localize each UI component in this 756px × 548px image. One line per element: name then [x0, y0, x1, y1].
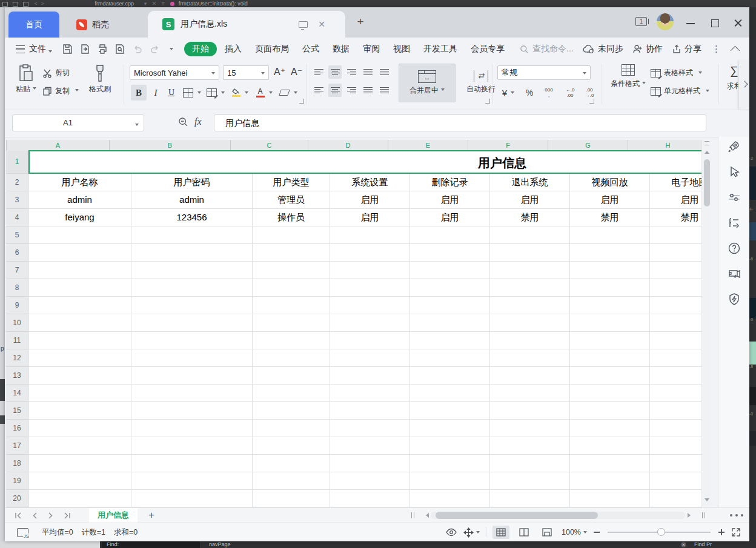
share-button[interactable]: 分享 — [672, 44, 701, 54]
scroll-left-icon[interactable] — [423, 513, 429, 518]
justify-button[interactable] — [361, 84, 374, 97]
cell[interactable] — [253, 420, 330, 437]
cell[interactable]: admin — [131, 191, 253, 209]
format-painter-button[interactable]: 格式刷 — [84, 64, 116, 94]
zoom-out-button[interactable] — [593, 529, 600, 536]
horizontal-scroll-track[interactable] — [431, 512, 685, 519]
cell[interactable]: 管理员 — [253, 191, 330, 209]
cell[interactable] — [650, 490, 701, 507]
cell[interactable] — [253, 332, 330, 349]
font-size-select[interactable]: 15 — [223, 65, 269, 80]
cell[interactable] — [650, 279, 701, 297]
cell[interactable] — [410, 420, 490, 437]
cell[interactable] — [650, 332, 701, 349]
cell[interactable] — [28, 244, 131, 262]
bold-button[interactable]: B — [131, 85, 147, 101]
cell[interactable] — [490, 490, 570, 507]
row-header-18[interactable]: 18 — [6, 455, 28, 472]
minimize-button[interactable] — [683, 19, 699, 28]
avatar[interactable] — [657, 13, 674, 30]
merged-title-cell[interactable] — [28, 151, 701, 174]
cell[interactable] — [28, 455, 131, 472]
cell[interactable] — [490, 455, 570, 472]
fullscreen-icon[interactable] — [731, 527, 741, 537]
view-normal-button[interactable] — [492, 526, 509, 539]
cell[interactable] — [490, 262, 570, 279]
row-header-9[interactable]: 9 — [6, 297, 28, 314]
conditional-format-button[interactable]: 条件格式 — [609, 64, 648, 89]
cell[interactable] — [650, 420, 701, 437]
cell[interactable] — [410, 226, 490, 244]
cell[interactable] — [28, 262, 131, 279]
cell[interactable] — [131, 472, 253, 490]
cell[interactable]: 123456 — [131, 209, 253, 226]
cell[interactable] — [490, 367, 570, 385]
cell[interactable] — [490, 332, 570, 349]
menu-tab-8[interactable]: 会员专享 — [464, 42, 511, 56]
column-header-A[interactable]: A — [7, 140, 110, 151]
cell[interactable] — [650, 262, 701, 279]
sheet-tab[interactable]: 用户信息 — [89, 508, 138, 523]
cell[interactable] — [131, 402, 253, 420]
cell[interactable] — [253, 455, 330, 472]
prev-sheet-icon[interactable] — [32, 512, 38, 519]
cell[interactable] — [131, 297, 253, 314]
draw-border-button[interactable] — [205, 85, 227, 101]
cell[interactable]: 启用 — [410, 191, 490, 209]
number-dialog-launcher-icon[interactable] — [589, 99, 594, 104]
cell[interactable] — [253, 226, 330, 244]
monitor-icon[interactable] — [299, 21, 308, 28]
cell[interactable] — [570, 420, 650, 437]
select-all-corner[interactable] — [6, 140, 7, 151]
cell[interactable] — [570, 262, 650, 279]
cell[interactable] — [570, 490, 650, 507]
scroll-up-icon[interactable] — [705, 148, 709, 154]
menu-tab-7[interactable]: 开发工具 — [417, 42, 464, 56]
maximize-button[interactable] — [708, 19, 723, 28]
row-header-16[interactable]: 16 — [6, 420, 28, 437]
cell[interactable] — [330, 385, 410, 402]
view-pagebreak-button[interactable] — [539, 526, 555, 539]
row-header-20[interactable]: 20 — [6, 490, 28, 507]
cell[interactable] — [131, 332, 253, 349]
name-box[interactable]: A1 — [12, 114, 144, 131]
cell[interactable] — [330, 262, 410, 279]
cell[interactable] — [570, 297, 650, 314]
align-top-button[interactable] — [312, 65, 325, 79]
cell[interactable] — [490, 472, 570, 490]
cell[interactable] — [570, 472, 650, 490]
cell[interactable] — [410, 244, 490, 262]
cell[interactable] — [28, 279, 131, 297]
zoom-level[interactable]: 100% — [562, 528, 587, 536]
align-left-button[interactable] — [312, 84, 325, 97]
cut-button[interactable]: 剪切 — [42, 68, 70, 78]
cell[interactable] — [131, 420, 253, 437]
cell[interactable] — [330, 226, 410, 244]
command-search[interactable]: 查找命令... — [520, 44, 574, 54]
cell[interactable] — [131, 349, 253, 367]
cell[interactable] — [330, 279, 410, 297]
collaborate-button[interactable]: 协作 — [632, 44, 663, 54]
close-tab-icon[interactable]: ✕ — [316, 19, 327, 30]
cell[interactable] — [253, 385, 330, 402]
cell[interactable] — [253, 472, 330, 490]
column-header-G[interactable]: G — [548, 140, 628, 151]
cell[interactable] — [490, 385, 570, 402]
comma-style-button[interactable]: 000, — [540, 85, 557, 101]
copy-button[interactable]: 复制 — [42, 86, 79, 96]
cell[interactable] — [330, 244, 410, 262]
cell[interactable] — [253, 279, 330, 297]
menu-tab-2[interactable]: 页面布局 — [248, 42, 296, 56]
clear-format-button[interactable] — [277, 85, 299, 101]
italic-button[interactable]: I — [149, 85, 162, 101]
cell[interactable] — [570, 402, 650, 420]
cell[interactable]: 启用 — [410, 209, 490, 226]
first-sheet-icon[interactable] — [15, 512, 22, 519]
cell[interactable] — [570, 314, 650, 332]
menu-tab-5[interactable]: 审阅 — [356, 42, 386, 56]
cell[interactable] — [490, 279, 570, 297]
cell[interactable] — [570, 437, 650, 455]
row-header-12[interactable]: 12 — [6, 349, 28, 367]
sheetbar-more-icon[interactable] — [730, 513, 746, 517]
cell[interactable] — [131, 367, 253, 385]
